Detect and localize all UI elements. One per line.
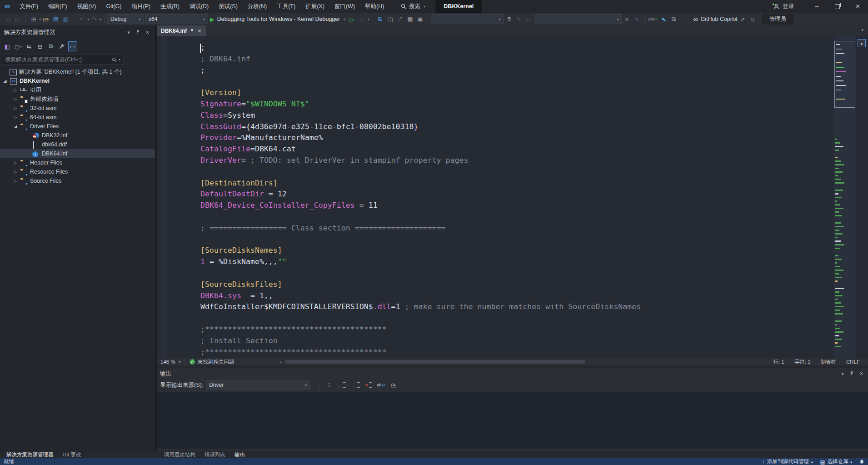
- share-icon[interactable]: ↗: [738, 14, 747, 24]
- pin-icon[interactable]: [190, 29, 194, 33]
- pin-icon[interactable]: [849, 371, 854, 377]
- clear-all-icon[interactable]: ✕: [364, 382, 372, 388]
- tree-item[interactable]: ◢Driver Files: [0, 122, 155, 131]
- edit-box-icon[interactable]: ▣: [415, 14, 424, 24]
- solution-explorer-header[interactable]: 解决方案资源管理器 ▾ ✕: [0, 25, 155, 39]
- expander-open-icon[interactable]: ◢: [2, 79, 8, 83]
- close-button[interactable]: ✕: [848, 0, 868, 13]
- expander-closed-icon[interactable]: ▷: [13, 179, 18, 183]
- menu-item[interactable]: 生成(B): [155, 0, 185, 13]
- close-icon[interactable]: ✕: [859, 371, 863, 377]
- tab-Git 更改[interactable]: Git 更改: [59, 451, 85, 458]
- menu-item[interactable]: 视图(V): [72, 0, 101, 13]
- start-without-debugging-icon[interactable]: ▷: [347, 14, 356, 24]
- tab-解决方案资源管理器[interactable]: 解决方案资源管理器: [3, 451, 57, 458]
- zoom-select[interactable]: 146 % ▾: [157, 358, 185, 365]
- document-health[interactable]: ✓ 未找到相关问题: [185, 359, 239, 365]
- selection-paste-icon[interactable]: ⬉: [659, 14, 668, 24]
- output-header[interactable]: 输出 ▾ ✕: [157, 368, 868, 379]
- navigate-forward-icon[interactable]: ▷: [13, 14, 22, 24]
- minimize-button[interactable]: ─: [807, 0, 827, 13]
- scrollbar-thumb[interactable]: [285, 360, 585, 364]
- tree-item[interactable]: dbk64.ddf: [0, 140, 155, 149]
- output-text-area[interactable]: [157, 392, 868, 449]
- send-feedback-icon[interactable]: ☺: [748, 14, 757, 24]
- close-icon[interactable]: ✕: [145, 30, 150, 35]
- profiler-icon[interactable]: ⑀: [395, 14, 404, 24]
- menu-item[interactable]: 项目(P): [126, 0, 155, 13]
- edit-icon[interactable]: ✎: [514, 14, 523, 24]
- show-all-files-icon[interactable]: ⧉: [46, 41, 55, 51]
- tab-输出[interactable]: 输出: [231, 451, 249, 458]
- eol-mode[interactable]: CRLF: [846, 359, 860, 365]
- expander-open-icon[interactable]: ◢: [13, 124, 18, 129]
- search-box-secondary[interactable]: ▾: [431, 14, 504, 24]
- expander-closed-icon[interactable]: ▷: [13, 88, 18, 92]
- tab-调用层次结构[interactable]: 调用层次结构: [160, 451, 199, 458]
- save-all-icon[interactable]: ▥: [61, 14, 70, 24]
- menu-item[interactable]: 文件(F): [15, 0, 43, 13]
- menu-item[interactable]: 工具(T): [272, 0, 300, 13]
- indent-mode[interactable]: 制表符: [820, 359, 836, 365]
- save-icon[interactable]: ▤: [51, 14, 60, 24]
- memory-layout-icon[interactable]: ▦: [405, 14, 414, 24]
- window-position-icon[interactable]: ▾: [127, 30, 130, 35]
- switch-views-icon[interactable]: ◧: [3, 41, 12, 51]
- hot-reload-icon[interactable]: ♨: [357, 14, 366, 24]
- menu-item[interactable]: 调试(D): [185, 0, 214, 13]
- stop-icon[interactable]: ■: [622, 14, 631, 24]
- platform-select[interactable]: x64▾: [145, 14, 208, 24]
- next-message-icon[interactable]: →: [350, 382, 360, 389]
- github-copilot-button[interactable]: ∞ GitHub Copilot: [693, 15, 738, 23]
- tree-item[interactable]: ▷Source Files: [0, 176, 155, 185]
- menu-item[interactable]: 测试(S): [214, 0, 243, 13]
- test-explorer-icon[interactable]: ⚗: [504, 14, 513, 24]
- scroll-left-icon[interactable]: ◂: [279, 360, 281, 364]
- navigate-back-icon[interactable]: ◁: [3, 14, 12, 24]
- attach-to-process-icon[interactable]: ◫: [385, 14, 394, 24]
- menu-item[interactable]: Git(G): [101, 0, 126, 13]
- solution-search-input[interactable]: [2, 56, 112, 63]
- restore-button[interactable]: [827, 0, 848, 13]
- expander-closed-icon[interactable]: ▷: [13, 170, 18, 174]
- solution-node[interactable]: ∞ 解决方案 'DBKKernel' (1 个项目, 共 1 个): [0, 67, 155, 76]
- window-position-icon[interactable]: ▾: [841, 371, 844, 377]
- tree-item[interactable]: iDBK64.inf: [0, 149, 155, 158]
- tab-dbk64-inf[interactable]: DBK64.inf ✕: [157, 25, 206, 36]
- select-repository-button[interactable]: ▤ 选择仓库 ▴: [820, 458, 852, 465]
- menu-item[interactable]: 扩展(X): [300, 0, 329, 13]
- tree-item[interactable]: ▷引用: [0, 85, 155, 95]
- go-to-end-icon[interactable]: ↧: [327, 382, 332, 389]
- start-debugging-button[interactable]: ▶ Debugging Tools for Windows - Kernel D…: [210, 16, 345, 23]
- menu-item[interactable]: 帮助(H): [360, 0, 389, 13]
- solution-search-box[interactable]: ▾: [2, 55, 124, 65]
- output-source-select[interactable]: Driver▾: [206, 380, 310, 390]
- undo-icon[interactable]: ↶: [77, 14, 86, 24]
- tree-item[interactable]: ▷外部依赖项: [0, 95, 155, 104]
- sign-in-button[interactable]: + 登录: [773, 3, 794, 10]
- expander-closed-icon[interactable]: ▷: [13, 97, 18, 101]
- target-framework-select[interactable]: ▾: [535, 14, 622, 24]
- tree-item[interactable]: ▷Resource Files: [0, 167, 155, 176]
- configuration-select[interactable]: Debug▾: [107, 14, 144, 24]
- minimap-scrollbar[interactable]: [833, 36, 856, 358]
- tree-item[interactable]: ▷64-bit asm: [0, 113, 155, 122]
- open-file-icon[interactable]: 🗁: [41, 14, 50, 24]
- expander-closed-icon[interactable]: ▷: [13, 160, 18, 165]
- horizontal-scrollbar[interactable]: ◂: [279, 360, 782, 364]
- tree-item[interactable]: ▷32-bit asm: [0, 104, 155, 113]
- minimap-viewport[interactable]: [834, 41, 855, 108]
- tab-错误列表[interactable]: 错误列表: [201, 451, 229, 458]
- search-control[interactable]: 搜索 ▾: [401, 3, 425, 10]
- scroll-up-icon[interactable]: ▲: [858, 39, 866, 47]
- expander-closed-icon[interactable]: ▷: [13, 115, 18, 120]
- tab-list-chevron-icon[interactable]: ▾: [861, 28, 863, 32]
- copy-list-icon[interactable]: ⧉: [669, 14, 678, 24]
- tree-item[interactable]: DBK32.inf: [0, 131, 155, 140]
- quote-marks-icon[interactable]: '': [679, 14, 688, 24]
- menu-item[interactable]: 编辑(E): [43, 0, 72, 13]
- notifications-bell-icon[interactable]: [859, 459, 864, 465]
- pin-icon[interactable]: [135, 30, 140, 35]
- word-wrap-icon[interactable]: ab↵: [377, 382, 386, 388]
- tree-item[interactable]: ▷Header Files: [0, 158, 155, 167]
